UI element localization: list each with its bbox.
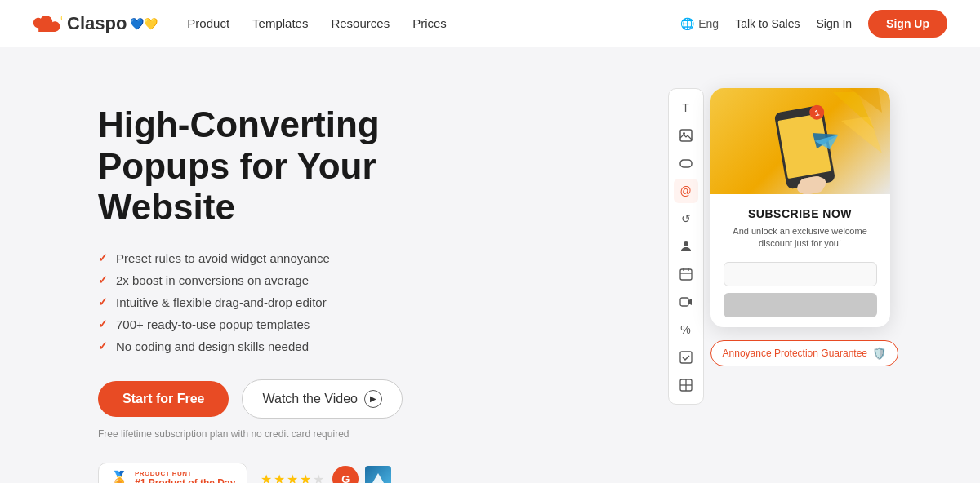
popup-preview: 1 SUBSCRIBE NOW And unl (710, 88, 890, 327)
nav-links: Product Templates Resources Prices (187, 16, 446, 31)
main-content: High-Converting Popups for Your Website … (0, 47, 980, 483)
star-4: ★ (300, 472, 311, 483)
feature-text-2: 2x boost in conversions on average (116, 273, 309, 287)
badge-ph-text: PRODUCT HUNT #1 Product of the Day (135, 470, 235, 483)
sidebar-item-product[interactable]: Product (187, 16, 229, 31)
stars: ★ ★ ★ ★ ★ (261, 472, 324, 483)
popup-email-input[interactable] (724, 262, 877, 286)
toolbar-email-btn[interactable]: @ (674, 179, 698, 203)
talk-to-sales-link[interactable]: Talk to Sales (735, 17, 800, 30)
svg-rect-11 (680, 352, 692, 363)
check-icon-5: ✓ (98, 339, 108, 352)
logo-icon: 💛 (33, 15, 62, 33)
svg-rect-4 (680, 160, 692, 167)
feature-item-1: ✓ Preset rules to avoid widget annoyance (98, 251, 506, 265)
capterra-icon (371, 472, 385, 483)
capterra-logo (365, 466, 391, 483)
watch-video-button[interactable]: Watch the Video ▶ (242, 379, 403, 419)
sign-up-button[interactable]: Sign Up (868, 10, 947, 38)
svg-point-3 (683, 132, 685, 135)
toolbar-percent-btn[interactable]: % (674, 317, 698, 342)
shield-icon: 🛡️ (872, 347, 886, 360)
free-note: Free lifetime subscription plan with no … (98, 428, 506, 440)
annoyance-protection-badge[interactable]: Annoyance Protection Guarantee 🛡️ (710, 340, 898, 366)
popup-subscribe-title: SUBSCRIBE NOW (724, 207, 877, 220)
popup-illustration: 1 (719, 88, 882, 194)
nav-link-prices[interactable]: Prices (412, 16, 447, 30)
popup-subscribe-button[interactable] (724, 293, 877, 317)
popup-widget-container: 1 SUBSCRIBE NOW And unl (710, 88, 898, 366)
hero-title: High-Converting Popups for Your Website (98, 104, 506, 228)
popup-image-area: 1 (710, 88, 890, 194)
nav-left: 💛 Claspo 💙💛 Product Templates Resources … (33, 13, 447, 34)
toolbar-image-btn[interactable] (674, 123, 698, 148)
feature-text-4: 700+ ready-to-use popup templates (116, 317, 310, 331)
play-icon: ▶ (364, 390, 382, 408)
svg-text:💛: 💛 (60, 15, 62, 24)
star-2: ★ (274, 472, 285, 483)
check-icon-1: ✓ (98, 251, 108, 264)
toolbar-checkbox-btn[interactable] (674, 345, 698, 370)
badge-ph-title: #1 Product of the Day (135, 477, 235, 483)
nav-right: 🌐 Eng Talk to Sales Sign In Sign Up (680, 10, 947, 38)
feature-item-2: ✓ 2x boost in conversions on average (98, 273, 506, 287)
check-icon-3: ✓ (98, 295, 108, 308)
logo-flag: 💙💛 (130, 17, 158, 30)
watch-video-label: Watch the Video (262, 392, 358, 406)
nav-link-templates[interactable]: Templates (252, 16, 308, 30)
cta-buttons: Start for Free Watch the Video ▶ (98, 379, 506, 419)
toolbar-video-btn[interactable] (674, 290, 698, 314)
toolbar-user-btn[interactable] (674, 234, 698, 259)
star-1: ★ (261, 472, 272, 483)
trophy-icon: 🏅 (110, 470, 128, 483)
toolbar-shape-btn[interactable] (674, 151, 698, 175)
sign-in-link[interactable]: Sign In (817, 17, 853, 30)
feature-item-5: ✓ No coding and design skills needed (98, 339, 506, 353)
globe-icon: 🌐 (680, 17, 694, 30)
hero-right: T @ ↺ % (668, 88, 898, 405)
logo-text: Claspo (67, 13, 127, 34)
popup-body: SUBSCRIBE NOW And unlock an exclusive we… (710, 194, 890, 327)
hero-left: High-Converting Popups for Your Website … (98, 96, 506, 483)
badges-row: 🏅 PRODUCT HUNT #1 Product of the Day ★ ★… (98, 463, 506, 483)
navbar: 💛 Claspo 💙💛 Product Templates Resources … (0, 0, 980, 47)
hero-features: ✓ Preset rules to avoid widget annoyance… (98, 251, 506, 353)
feature-text-3: Intuitive & flexible drag-and-drop edito… (116, 295, 327, 309)
feature-item-4: ✓ 700+ ready-to-use popup templates (98, 317, 506, 331)
toolbar-undo-btn[interactable]: ↺ (674, 206, 698, 231)
sidebar-item-prices[interactable]: Prices (412, 16, 447, 31)
check-icon-2: ✓ (98, 273, 108, 286)
check-icon-4: ✓ (98, 317, 108, 330)
product-hunt-badge[interactable]: 🏅 PRODUCT HUNT #1 Product of the Day (98, 463, 247, 483)
feature-item-3: ✓ Intuitive & flexible drag-and-drop edi… (98, 295, 506, 309)
language-selector[interactable]: 🌐 Eng (680, 17, 719, 30)
star-rating-badge: ★ ★ ★ ★ ★ G (261, 466, 391, 483)
logo[interactable]: 💛 Claspo 💙💛 (33, 13, 158, 34)
star-5: ★ (313, 472, 324, 483)
nav-link-resources[interactable]: Resources (331, 16, 390, 30)
annoyance-label: Annoyance Protection Guarantee (723, 348, 867, 359)
nav-link-product[interactable]: Product (187, 16, 229, 30)
svg-rect-6 (680, 269, 692, 280)
sidebar-item-templates[interactable]: Templates (252, 16, 308, 31)
lang-label: Eng (698, 17, 719, 30)
review-logos: G (332, 466, 391, 483)
g2-logo: G (332, 466, 359, 483)
start-for-free-button[interactable]: Start for Free (98, 381, 229, 417)
star-3: ★ (287, 472, 298, 483)
editor-toolbar: T @ ↺ % (668, 88, 704, 405)
toolbar-layout-btn[interactable] (674, 373, 698, 397)
sidebar-item-resources[interactable]: Resources (331, 16, 390, 31)
feature-text-1: Preset rules to avoid widget annoyance (116, 251, 330, 265)
svg-marker-1 (372, 473, 384, 483)
svg-point-5 (684, 242, 688, 246)
badge-ph-label: PRODUCT HUNT (135, 470, 235, 477)
svg-rect-10 (680, 298, 688, 306)
svg-rect-2 (680, 130, 692, 141)
feature-text-5: No coding and design skills needed (116, 339, 309, 353)
svg-marker-17 (841, 117, 882, 153)
toolbar-calendar-btn[interactable] (674, 262, 698, 286)
toolbar-text-btn[interactable]: T (674, 95, 698, 120)
popup-subscribe-subtitle: And unlock an exclusive welcome discount… (724, 225, 877, 250)
